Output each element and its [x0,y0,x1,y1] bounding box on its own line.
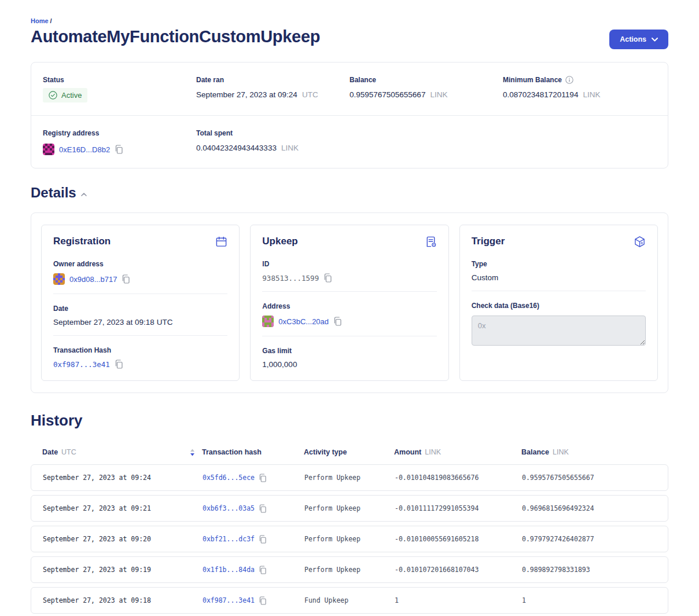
trigger-type-label: Type [472,260,487,268]
row-balance: 1 [522,596,656,604]
upkeep-id-field: ID 938513...1599 [262,257,436,283]
table-row: September 27, 2023 at 09:24 0x5fd6...5ec… [31,464,668,491]
document-gear-icon [425,236,437,248]
table-row: September 27, 2023 at 09:19 0x1f1b...84d… [31,556,668,583]
history-table-header: Date UTC Transaction hash Activity type … [31,443,668,464]
copy-icon[interactable] [259,535,267,544]
row-balance: 0.9797927426402877 [522,535,656,543]
table-row: September 27, 2023 at 09:20 0xbf21...dc3… [31,526,668,552]
chevron-down-icon [652,38,658,42]
row-tx-link[interactable]: 0x1f1b...84da [203,566,255,574]
copy-icon[interactable] [259,566,267,574]
row-amount: -0.010111172991055394 [395,504,522,512]
registry-address-field: Registry address 0xE16D...D8b2 [43,127,196,155]
trigger-type-value: Custom [472,273,499,282]
date-column-label: Date [42,448,58,456]
column-header-activity[interactable]: Activity type [304,448,394,456]
row-tx-link[interactable]: 0xb6f3...03a5 [203,504,255,512]
row-tx-link[interactable]: 0xf987...3e41 [203,596,255,604]
history-heading: History [31,412,668,430]
row-amount: -0.010104819083665676 [395,474,522,482]
transaction-hash-link[interactable]: 0xf987...3e41 [53,360,110,369]
amount-column-unit: LINK [425,448,441,456]
min-balance-unit: LINK [583,90,600,99]
row-amount: -0.010107201668107043 [395,566,522,574]
details-section: Registration Owner address 0x9d08...b717 [31,212,668,393]
row-date: September 27, 2023 at 09:20 [43,535,203,543]
row-amount: -0.010100055691605218 [395,535,522,543]
row-activity: Perform Upkeep [304,535,395,543]
date-ran-timezone: UTC [302,90,318,99]
calendar-icon [215,236,227,248]
actions-button[interactable]: Actions [609,30,668,49]
upkeep-address-label: Address [262,302,290,310]
balance-field: Balance 0.9595767505655667LINK [350,74,503,102]
activity-column-label: Activity type [304,448,347,456]
copy-icon[interactable] [323,273,332,283]
sort-icon[interactable] [190,449,195,456]
total-spent-field: Total spent 0.04042324943443333LINK [196,127,350,155]
transaction-hash-label: Transaction Hash [53,346,111,354]
check-data-input[interactable] [472,316,646,346]
registration-date-value: September 27, 2023 at 09:18 UTC [53,318,172,327]
copy-icon[interactable] [333,317,342,326]
row-date: September 27, 2023 at 09:19 [43,566,203,574]
copy-icon[interactable] [259,474,267,482]
owner-identicon [53,273,65,285]
row-tx-link[interactable]: 0x5fd6...5ece [203,474,255,482]
row-activity: Perform Upkeep [304,474,395,482]
copy-icon[interactable] [115,360,123,369]
gas-limit-value: 1,000,000 [262,360,297,369]
column-header-balance[interactable]: BalanceLINK [521,448,657,456]
row-date: September 27, 2023 at 09:24 [43,474,203,482]
total-spent-unit: LINK [281,144,299,152]
breadcrumb: Home/ [31,17,668,24]
upkeep-address-link[interactable]: 0xC3bC...20ad [278,317,329,326]
check-data-field: Check data (Base16) [472,299,646,348]
balance-column-label: Balance [521,448,549,456]
details-heading-row: Details [31,185,668,201]
summary-row-2: Registry address 0xE16D...D8b2 Total spe… [31,115,668,168]
amount-column-label: Amount [394,448,421,456]
upkeep-card-title: Upkeep [262,236,297,247]
status-label: Status [43,76,64,84]
date-ran-value: September 27, 2023 at 09:24 [196,90,297,99]
registration-date-field: Date September 27, 2023 at 09:18 UTC [53,302,227,327]
min-balance-label: Minimum Balance [503,76,562,84]
registration-date-label: Date [53,305,68,313]
registry-address-link[interactable]: 0xE16D...D8b2 [59,145,110,154]
summary-row-1: Status Active Date ran September 27, 202… [31,63,668,115]
check-data-label: Check data (Base16) [472,302,539,310]
min-balance-value: 0.0870234817201194 [503,90,578,99]
row-date: September 27, 2023 at 09:21 [43,504,203,512]
summary-card: Status Active Date ran September 27, 202… [31,62,668,168]
upkeep-id-value: 938513...1599 [262,274,319,283]
row-balance: 0.989892798331893 [522,566,656,574]
breadcrumb-separator: / [50,17,52,24]
info-icon[interactable] [565,76,573,84]
row-amount: 1 [395,596,522,604]
chevron-up-icon[interactable] [81,193,87,196]
upkeep-id-label: ID [262,260,269,268]
breadcrumb-home-link[interactable]: Home [31,17,49,24]
owner-address-label: Owner address [53,260,104,268]
row-balance: 0.9696815696492324 [522,504,656,512]
copy-icon[interactable] [259,504,267,513]
column-header-amount[interactable]: AmountLINK [394,448,521,456]
copy-icon[interactable] [259,596,267,605]
registry-identicon [43,144,54,155]
min-balance-field: Minimum Balance 0.0870234817201194LINK [503,74,656,102]
registration-card-title: Registration [53,236,111,247]
copy-icon[interactable] [122,274,130,284]
column-header-date[interactable]: Date UTC [42,448,202,456]
row-tx-link[interactable]: 0xbf21...dc3f [203,535,255,543]
registration-card: Registration Owner address 0x9d08...b717 [41,225,240,381]
column-header-tx[interactable]: Transaction hash [202,448,304,456]
row-activity: Perform Upkeep [304,566,395,574]
page-title: AutomateMyFunctionCustomUpkeep [31,27,320,46]
registry-address-label: Registry address [43,129,99,137]
owner-address-link[interactable]: 0x9d08...b717 [69,275,117,284]
date-column-timezone: UTC [61,448,76,456]
trigger-type-field: Type Custom [472,257,646,282]
copy-icon[interactable] [115,145,123,154]
